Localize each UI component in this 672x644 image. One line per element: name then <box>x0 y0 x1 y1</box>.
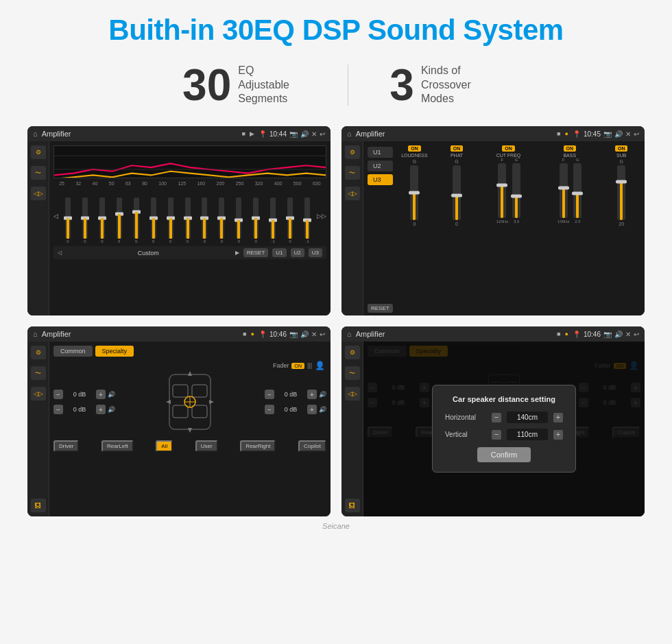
eq-icon-btn[interactable]: ⚙ <box>31 145 46 159</box>
wave-icon-btn-2[interactable]: 〜 <box>345 166 360 180</box>
svg-marker-11 <box>188 371 192 376</box>
vol-icon-btn-3[interactable]: ◁▷ <box>31 387 46 401</box>
rearleft-btn[interactable]: RearLeft <box>101 440 134 452</box>
dialog-title: Car speaker distance setting <box>445 395 563 403</box>
u2-btn-2[interactable]: U2 <box>368 160 393 171</box>
distance-dialog-overlay: Car speaker distance setting Horizontal … <box>363 342 645 516</box>
user-icon: 👤 <box>315 361 325 370</box>
vol-icon-btn-4[interactable]: ◁▷ <box>345 387 360 401</box>
eq-slider-13[interactable]: -1 <box>265 198 280 243</box>
common-tab[interactable]: Common <box>53 346 93 357</box>
next-icon[interactable]: ▶ <box>235 250 239 256</box>
rl-plus[interactable]: + <box>96 405 106 414</box>
u2-btn[interactable]: U2 <box>291 248 304 257</box>
eq-slider-2[interactable]: 0 <box>77 198 93 243</box>
all-btn[interactable]: All <box>156 440 173 452</box>
prev-icon[interactable]: ◁ <box>58 250 62 256</box>
cutfreq-on[interactable]: ON <box>502 145 515 152</box>
rearright-btn[interactable]: RearRight <box>240 440 276 452</box>
camera-icon-3: 📷 <box>289 331 298 338</box>
phat-slider[interactable] <box>453 165 461 220</box>
svg-rect-7 <box>192 405 207 418</box>
eq-slider-6[interactable]: 0 <box>146 198 161 243</box>
camera-icon: 📷 <box>289 130 298 138</box>
vertical-plus[interactable]: + <box>553 430 563 440</box>
screen3-title: Amplifier <box>42 330 239 338</box>
sub-on[interactable]: ON <box>615 145 628 152</box>
bass-g-slider[interactable] <box>573 163 581 218</box>
vol-icon-btn[interactable]: ◁▷ <box>31 187 46 200</box>
eq-icon-btn-2[interactable]: ⚙ <box>345 145 360 159</box>
wave-icon-btn[interactable]: 〜 <box>31 166 46 180</box>
time-display-4: 10:46 <box>584 331 601 338</box>
fl-minus[interactable]: − <box>53 390 63 399</box>
screen1-title: Amplifier <box>42 130 238 138</box>
bass-f-slider[interactable] <box>560 163 568 218</box>
bluetooth-icon-btn-4[interactable]: ⛾ <box>345 499 360 512</box>
screen2-header-icons: 📍 10:45 📷 🔊 ✕ ↩ <box>573 130 639 138</box>
cutfreq-g-slider[interactable] <box>512 163 520 218</box>
screen4-header: ⌂ Amplifier ■ ● 📍 10:46 📷 🔊 ✕ ↩ <box>341 326 645 342</box>
fl-plus[interactable]: + <box>96 390 106 399</box>
vertical-minus[interactable]: − <box>492 430 501 440</box>
bluetooth-icon-btn-3[interactable]: ⛾ <box>31 499 46 512</box>
screen1-main: 2532405063 80100125160200 25032040050063… <box>49 141 331 315</box>
svg-marker-14 <box>209 400 214 404</box>
speaker-rl-icon: 🔊 <box>108 406 115 413</box>
wave-icon-btn-4[interactable]: 〜 <box>345 366 360 380</box>
close-icon-3: ✕ <box>311 331 317 338</box>
eq-slider-11[interactable]: 0 <box>231 198 246 243</box>
watermark: Seicane <box>322 522 350 530</box>
eq-slider-14[interactable]: 0 <box>283 198 298 243</box>
eq-slider-7[interactable]: 0 <box>163 198 178 243</box>
svg-rect-4 <box>173 385 188 397</box>
fr-plus[interactable]: + <box>307 390 317 399</box>
eq-slider-4[interactable]: 0 <box>112 198 127 243</box>
u3-btn-2[interactable]: U3 <box>368 174 393 185</box>
rr-plus[interactable]: + <box>307 405 317 414</box>
sub-slider[interactable] <box>617 165 625 220</box>
driver-btn[interactable]: Driver <box>53 440 79 452</box>
reset-btn-2[interactable]: RESET <box>368 304 393 313</box>
user-btn[interactable]: User <box>195 440 218 452</box>
u1-btn-2[interactable]: U1 <box>368 147 393 158</box>
vol-icon-btn-2[interactable]: ◁▷ <box>345 187 360 200</box>
car-diagram-svg <box>163 368 217 436</box>
bass-on[interactable]: ON <box>564 145 577 152</box>
loudness-on[interactable]: ON <box>408 145 421 152</box>
eq-icon-btn-3[interactable]: ⚙ <box>31 346 46 359</box>
close-icon-4: ✕ <box>625 331 631 338</box>
fader-on-badge[interactable]: ON <box>291 363 304 369</box>
stat-crossover-text: Kinds ofCrossover Modes <box>421 64 490 106</box>
copilot-btn[interactable]: Copilot <box>298 440 326 452</box>
eq-slider-5[interactable]: 5 <box>129 198 144 243</box>
eq-slider-12[interactable]: 0 <box>248 198 263 243</box>
horizontal-plus[interactable]: + <box>553 413 563 422</box>
horizontal-minus[interactable]: − <box>492 413 501 422</box>
screen-specialty: ⌂ Amplifier ■ ● 📍 10:46 📷 🔊 ✕ ↩ ⚙ 〜 ◁▷ ⛾ <box>27 326 331 516</box>
time-display-2: 10:45 <box>584 130 601 138</box>
rl-minus[interactable]: − <box>53 405 63 414</box>
screen2-sidebar: ⚙ 〜 ◁▷ <box>341 141 363 315</box>
cutfreq-f-slider[interactable] <box>498 163 506 218</box>
reset-btn[interactable]: RESET <box>243 248 269 257</box>
eq-icon-btn-4[interactable]: ⚙ <box>345 346 360 359</box>
specialty-tab[interactable]: Specialty <box>95 346 134 357</box>
confirm-button[interactable]: Confirm <box>477 447 531 462</box>
screen1-sidebar: ⚙ 〜 ◁▷ <box>27 141 49 315</box>
home-icon: ⌂ <box>33 130 38 138</box>
wave-icon-btn-3[interactable]: 〜 <box>31 366 46 380</box>
eq-slider-8[interactable]: 0 <box>180 198 195 243</box>
rr-minus[interactable]: − <box>265 405 274 414</box>
eq-slider-10[interactable]: 0 <box>214 198 229 243</box>
u1-btn[interactable]: U1 <box>272 248 286 257</box>
eq-slider-9[interactable]: 0 <box>197 198 213 243</box>
eq-slider-3[interactable]: 0 <box>95 198 110 243</box>
u3-btn[interactable]: U3 <box>309 248 322 257</box>
loudness-slider[interactable] <box>410 165 418 220</box>
fr-minus[interactable]: − <box>265 390 274 399</box>
eq-slider-15[interactable]: -1 <box>300 198 315 243</box>
phat-on[interactable]: ON <box>451 145 464 152</box>
stat-crossover: 3 Kinds ofCrossover Modes <box>348 63 531 107</box>
eq-slider-1[interactable]: 0 <box>60 198 75 243</box>
